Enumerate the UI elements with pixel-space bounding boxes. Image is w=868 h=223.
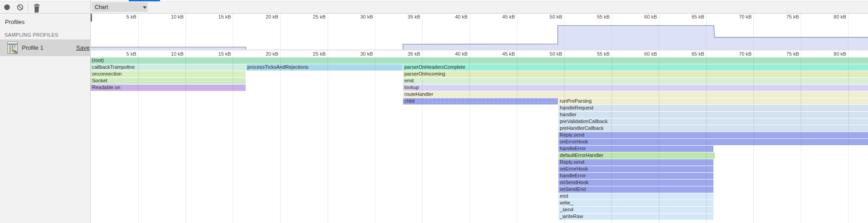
svg-text:%: % — [13, 49, 17, 54]
